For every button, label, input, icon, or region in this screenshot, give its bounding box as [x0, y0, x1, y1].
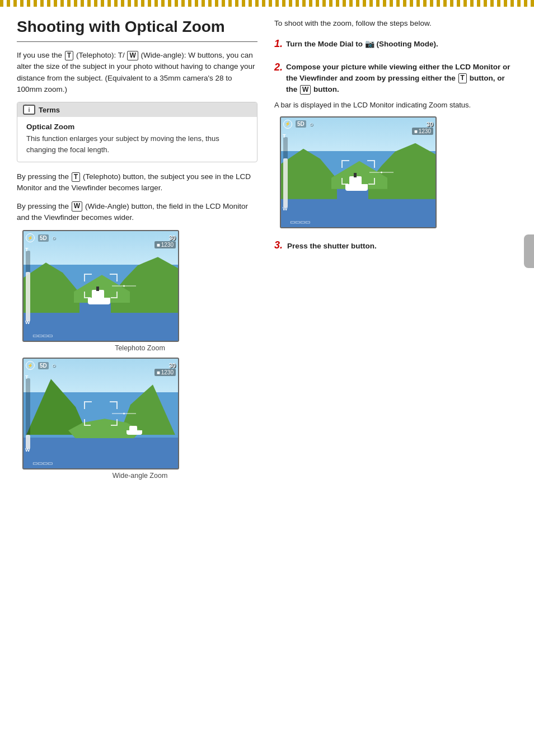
right-column: To shoot with the zoom, follow the steps…: [274, 18, 517, 485]
step-1-number: 1.: [274, 38, 283, 50]
intro-text: If you use the T (Telephoto): T/ W (Wide…: [17, 50, 257, 95]
lcd-boat-chimney-3: [354, 173, 357, 177]
lcd-exp-line3: [112, 413, 123, 414]
wide-btn-ref: W: [127, 51, 138, 61]
terms-label: Terms: [39, 106, 60, 114]
terms-term: Optical Zoom: [26, 123, 248, 131]
step-3: 3. Press the shutter button.: [274, 240, 517, 252]
terms-box: i Terms Optical Zoom This function enlar…: [17, 102, 257, 162]
step-2-number: 2.: [274, 62, 283, 73]
lcd-sky-2: [24, 359, 178, 392]
terms-body: Optical Zoom This function enlarges your…: [17, 117, 257, 162]
top-border: [0, 0, 534, 7]
lcd-boat-cabin-3: [349, 176, 362, 185]
wide-lcd: ⚡ 5D ○ 30 ■ 1230 T W: [22, 358, 179, 469]
page-container: Shooting with Optical Zoom If you use th…: [0, 7, 534, 502]
telephoto-btn-ref: T: [65, 51, 73, 61]
lcd-land-right-1: [111, 257, 178, 313]
t-btn-1: T: [72, 172, 80, 182]
terms-def: This function enlarges your subject by m…: [26, 133, 248, 155]
wide-desc: By pressing the W (Wide-Angle) button, t…: [17, 201, 257, 224]
lcd-water-2: [24, 438, 178, 468]
lcd-boat-cabin-1: [92, 290, 104, 299]
terms-header: i Terms: [17, 102, 257, 117]
terms-icon: i: [23, 105, 35, 115]
wide-lcd-wrapper: ⚡ 5D ○ 30 ■ 1230 T W: [22, 358, 257, 480]
step-2-header: 2. Compose your picture while viewing ei…: [274, 62, 517, 96]
step-2-subtext: A bar is displayed in the LCD Monitor in…: [274, 100, 517, 111]
lcd-boat-1: [85, 281, 116, 304]
right-lcd-wrapper: ⚡ 5D ○ 30 ■ 1230: [280, 116, 517, 228]
lcd-land-left-3: [281, 149, 337, 199]
t-btn-step2: T: [458, 73, 467, 83]
lcd-land-right-3: [368, 143, 435, 199]
w-btn-step2: W: [300, 85, 311, 95]
step-2-text: Compose your picture while viewing eithe…: [286, 62, 517, 96]
step-1-header: 1. Turn the Mode Dial to 📷 (Shooting Mod…: [274, 38, 517, 50]
title-divider: [17, 41, 257, 42]
wide-caption: Wide-angle Zoom: [22, 472, 257, 480]
lcd-boat-2: [125, 419, 144, 435]
lcd-boat-chimney-1: [96, 287, 99, 291]
right-tab: [524, 234, 534, 268]
telephoto-lcd-wrapper: ⚡ 5D ○ 30 ■ 1230 T: [22, 230, 257, 352]
steps-intro: To shoot with the zoom, follow the steps…: [274, 18, 517, 29]
page-wrapper: Shooting with Optical Zoom If you use th…: [0, 0, 534, 502]
step-3-text: Press the shutter button.: [287, 241, 377, 252]
lcd-exp-dot2: [123, 413, 125, 415]
right-lcd: ⚡ 5D ○ 30 ■ 1230: [280, 116, 437, 228]
telephoto-desc: By pressing the T (Telephoto) button, th…: [17, 171, 257, 194]
step-3-header: 3. Press the shutter button.: [274, 240, 517, 252]
step-1-text: Turn the Mode Dial to 📷 (Shooting Mode).: [286, 38, 438, 50]
telephoto-lcd: ⚡ 5D ○ 30 ■ 1230 T: [22, 230, 179, 342]
lcd-land-left-1: [24, 262, 79, 313]
telephoto-caption: Telephoto Zoom: [22, 344, 257, 352]
w-btn-1: W: [72, 201, 82, 212]
lcd-boat-cabin-2: [129, 426, 137, 431]
step-1: 1. Turn the Mode Dial to 📷 (Shooting Mod…: [274, 38, 517, 50]
page-title: Shooting with Optical Zoom: [17, 18, 257, 36]
lcd-boat-3: [343, 167, 373, 191]
step-2: 2. Compose your picture while viewing ei…: [274, 62, 517, 228]
left-column: Shooting with Optical Zoom If you use th…: [17, 18, 257, 485]
step-3-number: 3.: [274, 240, 283, 251]
